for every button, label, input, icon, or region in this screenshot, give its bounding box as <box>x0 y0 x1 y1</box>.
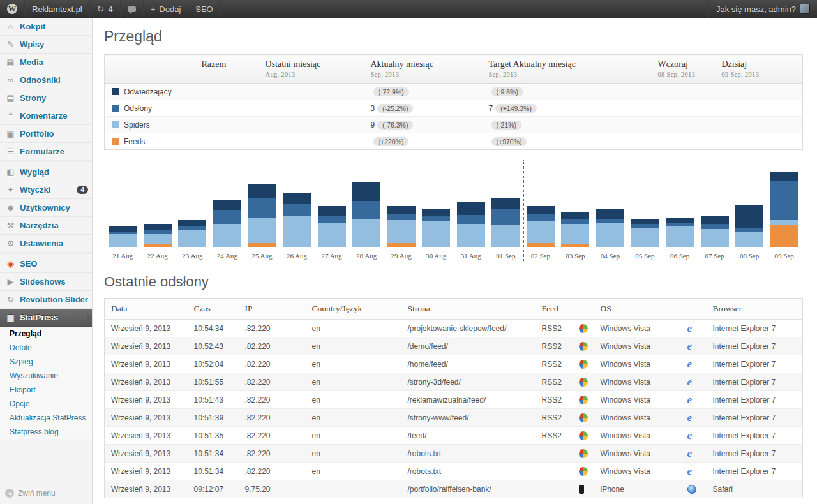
chart-category-label: 27 Aug <box>322 252 342 261</box>
chart-category-label: 07 Sep <box>705 252 724 261</box>
chart-slot-09-sep: 09 Sep <box>767 164 802 261</box>
ods-ony-segment <box>701 224 729 229</box>
odwiedzaj-cy-segment <box>527 206 555 214</box>
spiders-segment <box>109 234 137 247</box>
wordpress-logo-icon: W <box>7 4 17 14</box>
sidebar-item-wtyczki[interactable]: ✦Wtyczki4 <box>0 181 92 199</box>
sidebar-item-media[interactable]: ▦Media <box>0 54 92 71</box>
chart-category-label: 22 Aug <box>147 252 168 261</box>
windows-icon <box>579 360 588 369</box>
sidebar-item-odno-niki[interactable]: ∞Odnośniki <box>0 71 92 89</box>
collapse-menu-label: Zwiń menu <box>18 489 56 498</box>
seo-menu-button[interactable]: SEO <box>188 0 220 18</box>
ods-ony-segment <box>248 198 276 218</box>
comments-button[interactable] <box>121 0 144 18</box>
plugins-icon: ✦ <box>6 185 15 195</box>
collapse-menu-button[interactable]: ◀ Zwiń menu <box>0 482 92 504</box>
sidebar-item-wpisy[interactable]: ✎Wpisy <box>0 36 92 54</box>
updates-button[interactable]: ↻ 4 <box>90 0 121 18</box>
bar-stack <box>666 218 694 247</box>
sidebar-item-ustawienia[interactable]: ⚙Ustawienia <box>0 235 92 253</box>
value-cell <box>194 117 258 133</box>
spiders-segment <box>770 220 798 225</box>
cell-os: Windows Vista <box>594 445 684 463</box>
submenu-item-detale[interactable]: Detale <box>0 341 92 355</box>
odwiedzaj-cy-segment <box>387 206 416 214</box>
cell-time: 10:51:34 <box>188 445 239 463</box>
new-content-button[interactable]: + Dodaj <box>144 0 189 18</box>
cell-browser: Internet Explorer 7 <box>707 373 803 391</box>
comments-icon: ❝ <box>6 111 15 121</box>
sidebar-item-portfolio[interactable]: ▣Portfolio <box>0 125 92 143</box>
sidebar-item-label: Revolution Slider <box>20 295 88 304</box>
site-name-link[interactable]: Reklamtext.pl <box>25 0 90 18</box>
cell-browser-icon: e <box>684 373 707 391</box>
cell-page: /home/feed/ <box>401 355 536 373</box>
sidebar-item-u-ytkownicy[interactable]: ☻Użytkownicy <box>0 199 92 217</box>
tools-icon: ⚒ <box>6 221 15 230</box>
cell-browser-icon: e <box>684 445 707 463</box>
overview-header-razem: Razem <box>194 55 258 84</box>
media-icon: ▦ <box>6 57 15 67</box>
recent-header-feed: Feed <box>536 299 575 320</box>
column-sublabel: Sep, 2013 <box>371 71 474 78</box>
sidebar-item-narz-dzia[interactable]: ⚒Narzędzia <box>0 217 92 235</box>
chart-category-label: 28 Aug <box>356 252 377 261</box>
bar-chart: 21 Aug22 Aug23 Aug24 Aug25 Aug26 Aug27 A… <box>105 164 802 261</box>
cell-time: 10:51:43 <box>188 391 239 409</box>
chart-category-label: 06 Sep <box>670 252 689 261</box>
recent-header-icon <box>684 299 707 320</box>
cell-browser: Internet Explorer 7 <box>707 409 803 427</box>
cell-time: 10:52:43 <box>188 337 239 355</box>
sidebar-item-label: Narzędzia <box>20 221 59 230</box>
metric-value: 9 <box>371 121 375 130</box>
sidebar-item-statpress[interactable]: ▆StatPress <box>0 309 92 327</box>
submenu-item-statpress-blog[interactable]: Statpress blog <box>0 425 92 439</box>
account-menu-button[interactable]: Jak się masz, admin? <box>708 0 817 18</box>
sidebar-item-kokpit[interactable]: ⌂Kokpit <box>0 18 92 36</box>
main-wrap: ⌂Kokpit✎Wpisy▦Media∞Odnośniki▤Strony❝Kom… <box>0 18 817 504</box>
odwiedzaj-cy-segment <box>631 219 659 224</box>
column-sublabel: 09 Sep, 2013 <box>722 71 795 78</box>
column-label: Target Aktualny miesiąc <box>489 59 643 70</box>
submenu-item-wyszukiwanie[interactable]: Wyszukiwanie <box>0 369 92 383</box>
cell-country: en <box>306 409 401 427</box>
sidebar-item-komentarze[interactable]: ❝Komentarze <box>0 107 92 125</box>
odwiedzaj-cy-segment <box>422 209 450 216</box>
submenu-item-szpieg[interactable]: Szpieg <box>0 355 92 369</box>
value-cell <box>650 133 714 150</box>
cell-country: en <box>306 445 401 463</box>
submenu-item-aktualizacja-statpress[interactable]: Aktualizacja StatPress <box>0 411 92 425</box>
sidebar-item-slideshows[interactable]: ▶Slideshows <box>0 273 92 291</box>
sidebar-item-formularze[interactable]: ☰Formularze <box>0 143 92 161</box>
legend-color-swatch <box>112 121 119 128</box>
wordpress-logo-button[interactable]: W <box>0 0 25 18</box>
chart-category-label: 05 Sep <box>635 252 654 261</box>
submenu-item-eksport[interactable]: Eksport <box>0 383 92 397</box>
value-cell <box>714 133 803 150</box>
chart-slot-25-aug: 25 Aug <box>244 164 280 261</box>
column-label: Razem <box>202 59 250 70</box>
column-label: Aktualny miesiąc <box>371 59 474 70</box>
odwiedzaj-cy-segment <box>701 216 729 224</box>
spiders-segment <box>144 234 172 244</box>
cell-country: en <box>306 463 401 480</box>
recent-header-icon <box>575 299 594 320</box>
sidebar-item-strony[interactable]: ▤Strony <box>0 89 92 107</box>
sidebar-item-wygl-d[interactable]: ◧Wygląd <box>0 163 92 181</box>
submenu-item-opcje[interactable]: Opcje <box>0 397 92 411</box>
sidebar-item-revolution-slider[interactable]: ↻Revolution Slider <box>0 291 92 309</box>
cell-page: /robots.txt <box>401 463 536 480</box>
spiders-segment <box>561 224 589 244</box>
greeting-text: Jak się masz, admin? <box>716 4 796 14</box>
submenu-item-przegl-d[interactable]: Przegląd <box>0 327 92 341</box>
chart-category-label: 03 Sep <box>566 252 585 261</box>
metric-value: 7 <box>489 104 493 113</box>
sidebar-item-label: StatPress <box>20 313 58 322</box>
sidebar: ⌂Kokpit✎Wpisy▦Media∞Odnośniki▤Strony❝Kom… <box>0 18 93 504</box>
sidebar-item-seo[interactable]: ◉SEO <box>0 255 92 273</box>
recent-header-strona: Strona <box>401 299 536 320</box>
cell-os-icon <box>575 320 594 337</box>
odwiedzaj-cy-segment <box>213 200 241 210</box>
overview-header-ostatni-miesi-c: Ostatni miesiącAug, 2013 <box>258 55 363 84</box>
